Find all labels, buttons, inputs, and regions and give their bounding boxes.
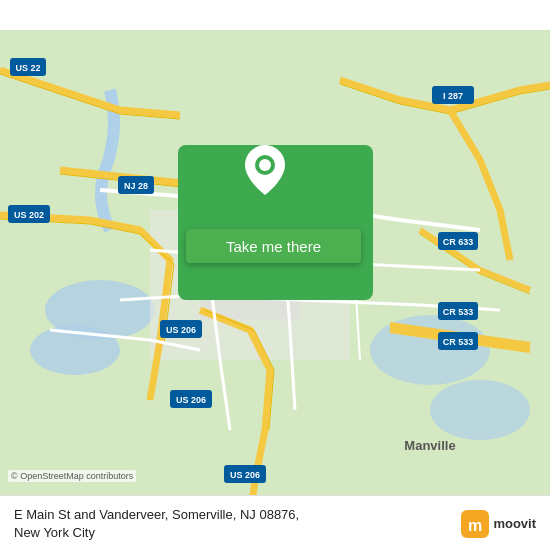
svg-text:I 287: I 287 [443, 91, 463, 101]
svg-text:US 206: US 206 [230, 470, 260, 480]
map-container: US 22 US 202 NJ 28 I 287 CR 633 CR 533 C… [0, 0, 550, 550]
copyright-notice: © OpenStreetMap contributors [8, 470, 136, 482]
take-me-there-button[interactable]: Take me there [186, 229, 361, 263]
moovit-icon: m [461, 510, 489, 538]
svg-point-30 [259, 159, 271, 171]
location-pin [245, 150, 285, 190]
svg-point-4 [430, 380, 530, 440]
svg-text:NJ 28: NJ 28 [124, 181, 148, 191]
address-line1: E Main St and Vanderveer, Somerville, NJ… [14, 507, 299, 522]
svg-text:US 206: US 206 [166, 325, 196, 335]
moovit-logo: m moovit [461, 510, 536, 538]
moovit-text: moovit [493, 516, 536, 531]
svg-text:CR 633: CR 633 [443, 237, 474, 247]
svg-text:Manville: Manville [404, 438, 455, 453]
map-background: US 22 US 202 NJ 28 I 287 CR 633 CR 533 C… [0, 0, 550, 550]
svg-text:CR 533: CR 533 [443, 307, 474, 317]
svg-text:US 22: US 22 [15, 63, 40, 73]
svg-text:m: m [468, 517, 482, 534]
svg-text:US 202: US 202 [14, 210, 44, 220]
svg-text:US 206: US 206 [176, 395, 206, 405]
svg-text:CR 533: CR 533 [443, 337, 474, 347]
bottom-bar: E Main St and Vanderveer, Somerville, NJ… [0, 495, 550, 550]
address-line2: New York City [14, 525, 95, 540]
address-text: E Main St and Vanderveer, Somerville, NJ… [14, 506, 451, 542]
